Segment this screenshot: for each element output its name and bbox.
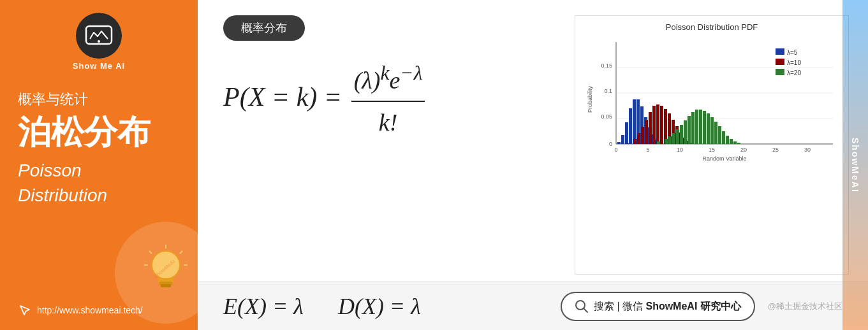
search-box[interactable]: 搜索 | 微信 ShowMeAI 研究中心 [561, 292, 755, 321]
svg-rect-67 [688, 116, 691, 144]
svg-rect-80 [737, 143, 740, 144]
svg-text:Probability: Probability [587, 85, 593, 113]
badge: 概率分布 [223, 15, 305, 41]
poisson-chart: 0 0.05 0.1 0.15 Probability 0 5 10 15 20… [582, 36, 842, 163]
svg-text:20: 20 [740, 147, 747, 153]
sidebar: Show Me AI 概率与统计 泊松分布 Poisson Distributi… [0, 0, 198, 330]
community-label: @稀土掘金技术社区 [768, 301, 842, 312]
svg-rect-68 [691, 112, 695, 144]
main-title-label: 泊松分布 [18, 114, 180, 150]
main-content: 概率分布 P(X = k) = (λ)ke−λ k! Poisson Distr… [198, 0, 868, 330]
svg-rect-47 [645, 120, 648, 144]
bottom-section: E(X) = λ D(X) = λ 搜索 | 微信 ShowMeAI 研究中心 … [198, 281, 868, 330]
search-icon [575, 299, 589, 313]
svg-rect-85 [776, 69, 784, 75]
svg-text:λ=5: λ=5 [787, 49, 798, 56]
top-section: 概率分布 P(X = k) = (λ)ke−λ k! Poisson Distr… [198, 0, 868, 281]
svg-rect-77 [726, 136, 729, 144]
brand-label: Show Me AI [73, 61, 125, 71]
svg-rect-45 [637, 133, 640, 144]
chart-title: Poisson Distribution PDF [582, 22, 842, 32]
svg-text:0.05: 0.05 [601, 113, 612, 120]
svg-rect-44 [633, 139, 636, 144]
main-formula: P(X = k) = (λ)ke−λ k! [223, 57, 555, 142]
svg-rect-74 [714, 122, 717, 144]
svg-text:λ=20: λ=20 [787, 69, 801, 76]
svg-rect-62 [668, 136, 672, 144]
svg-text:0: 0 [614, 147, 617, 153]
svg-line-89 [584, 308, 587, 312]
svg-rect-43 [626, 143, 629, 144]
svg-rect-34 [633, 99, 636, 144]
cursor-icon [18, 303, 32, 317]
svg-rect-76 [722, 131, 725, 144]
svg-text:30: 30 [804, 147, 811, 153]
svg-rect-46 [641, 127, 644, 144]
logo-icon [85, 25, 113, 47]
svg-rect-70 [699, 110, 702, 144]
svg-text:5: 5 [646, 147, 649, 153]
formula-denominator: k! [376, 102, 401, 142]
svg-text:15: 15 [709, 147, 715, 153]
svg-rect-60 [657, 141, 660, 144]
svg-rect-49 [652, 106, 656, 144]
svg-rect-63 [672, 133, 675, 144]
formula-area: 概率分布 P(X = k) = (λ)ke−λ k! [223, 15, 555, 275]
logo-circle [76, 13, 122, 59]
svg-text:0.1: 0.1 [604, 88, 612, 94]
chart-area: Poisson Distribution PDF 0 0.05 0.1 0.15… [575, 15, 849, 275]
svg-text:10: 10 [677, 147, 683, 153]
svg-text:λ=10: λ=10 [787, 59, 801, 66]
svg-rect-66 [684, 120, 687, 144]
italic-title-label: Poisson Distribution [18, 158, 180, 208]
svg-line-8 [149, 251, 152, 254]
svg-line-7 [180, 251, 182, 254]
svg-rect-51 [660, 106, 663, 144]
svg-rect-69 [695, 110, 698, 144]
url-text[interactable]: http://www.showmeai.tech/ [37, 305, 143, 315]
svg-rect-78 [730, 139, 733, 144]
svg-rect-83 [776, 59, 784, 65]
lightbulb-icon: ShowMeAI [134, 241, 198, 305]
svg-rect-72 [707, 113, 710, 144]
svg-text:Random Variable: Random Variable [703, 155, 747, 162]
svg-rect-65 [680, 125, 683, 144]
svg-text:0.15: 0.15 [601, 62, 612, 69]
svg-point-1 [98, 40, 100, 43]
subtitle-label: 概率与统计 [18, 90, 180, 109]
svg-rect-52 [664, 109, 667, 144]
svg-rect-71 [703, 111, 706, 144]
formula-fraction: (λ)ke−λ k! [351, 57, 425, 142]
svg-rect-32 [625, 122, 628, 144]
svg-rect-48 [649, 112, 652, 144]
svg-rect-79 [733, 141, 737, 144]
svg-text:0: 0 [609, 141, 612, 147]
search-box-label: 搜索 | 微信 ShowMeAI 研究中心 [594, 300, 741, 313]
svg-rect-73 [710, 117, 714, 144]
svg-rect-61 [665, 139, 668, 144]
secondary-formula: E(X) = λ D(X) = λ [223, 293, 548, 320]
logo-area: Show Me AI [18, 13, 180, 71]
svg-rect-64 [676, 129, 679, 144]
svg-rect-30 [617, 142, 621, 144]
svg-text:25: 25 [772, 147, 779, 153]
svg-rect-31 [621, 135, 624, 144]
svg-rect-50 [656, 104, 659, 144]
svg-rect-81 [776, 48, 784, 55]
svg-rect-75 [718, 126, 721, 144]
svg-rect-5 [161, 284, 171, 287]
formula-numerator: (λ)ke−λ [351, 57, 425, 102]
svg-rect-33 [629, 108, 632, 144]
